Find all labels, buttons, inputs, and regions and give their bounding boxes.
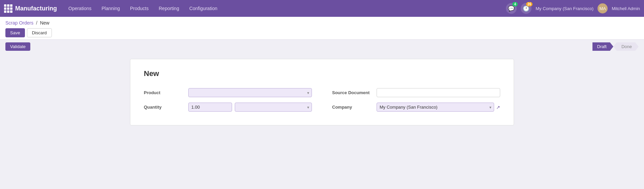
validate-button[interactable]: Validate [5,42,30,51]
activity-badge: 26 [526,2,533,6]
app-logo-area[interactable]: Manufacturing [4,4,57,13]
nav-reporting[interactable]: Reporting [155,4,183,13]
source-doc-label: Source Document [332,90,373,95]
discard-button[interactable]: Discard [27,28,52,37]
form-action-buttons: Save Discard [5,28,639,37]
main-content: New Product ▼ Quantity [0,53,644,188]
breadcrumb-current: New [40,20,50,26]
status-done: Done [613,42,639,51]
breadcrumb: Scrap Orders / New [5,20,639,26]
grid-icon [4,4,12,13]
unit-select-wrapper: ▼ [235,103,312,112]
product-select[interactable] [188,88,312,97]
source-doc-input[interactable] [377,88,500,97]
top-navbar: Manufacturing Operations Planning Produc… [0,0,644,17]
chat-badge: 4 [512,2,518,6]
form-card: New Product ▼ Quantity [130,59,514,125]
user-name: Mitchell Admin [612,6,640,11]
quantity-label: Quantity [144,105,184,110]
navbar-right: 💬 4 🕐 26 My Company (San Francisco) MA M… [506,3,640,14]
chat-notification-button[interactable]: 💬 4 [506,3,517,14]
activity-notification-button[interactable]: 🕐 26 [521,3,532,14]
company-external-link-icon[interactable]: ↗ [496,105,500,110]
unit-select[interactable] [235,103,312,112]
form-left-section: Product ▼ Quantity [144,88,312,112]
save-button[interactable]: Save [5,28,25,37]
action-bar: Validate Draft Done [0,40,644,53]
company-row: Company My Company (San Francisco) ▼ ↗ [332,103,500,112]
app-name: Manufacturing [15,5,57,12]
company-name[interactable]: My Company (San Francisco) [536,6,593,11]
nav-products[interactable]: Products [126,4,153,13]
avatar[interactable]: MA [598,3,608,13]
status-draft: Draft [592,42,613,51]
form-grid: Product ▼ Quantity [144,88,500,112]
company-select-wrapper: My Company (San Francisco) ▼ [377,103,494,112]
form-title: New [144,69,500,78]
nav-operations[interactable]: Operations [64,4,95,13]
product-label: Product [144,90,184,95]
source-doc-row: Source Document [332,88,500,97]
quantity-input[interactable] [188,103,232,112]
product-row: Product ▼ [144,88,312,97]
breadcrumb-parent[interactable]: Scrap Orders [5,20,33,26]
status-bar: Draft Done [592,42,639,51]
breadcrumb-bar: Scrap Orders / New Save Discard [0,17,644,40]
form-right-section: Source Document Company My Company (San … [332,88,500,112]
nav-planning[interactable]: Planning [97,4,124,13]
company-label: Company [332,105,373,110]
product-select-wrapper: ▼ [188,88,312,97]
company-select[interactable]: My Company (San Francisco) [377,103,494,112]
quantity-row: Quantity ▼ [144,103,312,112]
company-field-wrapper: My Company (San Francisco) ▼ ↗ [377,103,500,112]
nav-configuration[interactable]: Configuration [185,4,221,13]
